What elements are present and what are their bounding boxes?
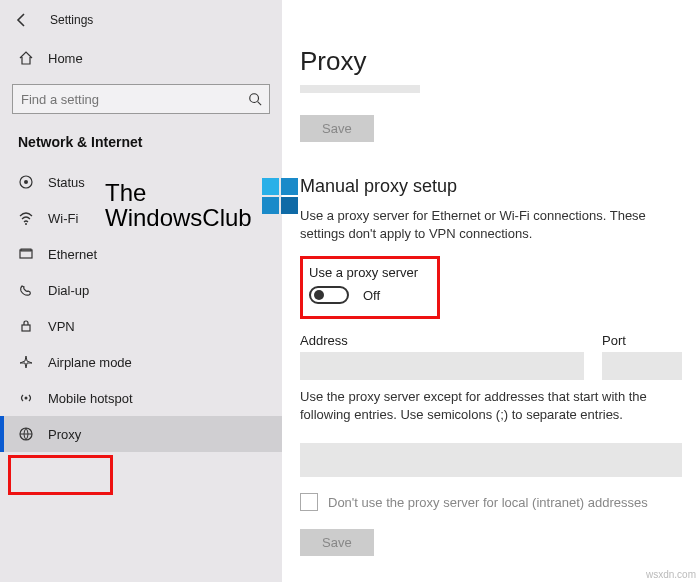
status-icon	[18, 174, 34, 190]
title-bar: Settings	[0, 4, 282, 36]
search-icon	[248, 92, 262, 106]
sidebar-item-label: Status	[48, 175, 85, 190]
exclusion-input[interactable]	[300, 443, 682, 477]
toggle-knob	[314, 290, 324, 300]
sidebar-item-airplane[interactable]: Airplane mode	[0, 344, 282, 380]
port-input[interactable]	[602, 352, 682, 380]
port-label: Port	[602, 333, 682, 348]
sidebar-item-label: VPN	[48, 319, 75, 334]
svg-point-0	[250, 94, 259, 103]
category-header: Network & Internet	[0, 130, 282, 164]
svg-point-8	[25, 397, 28, 400]
svg-point-4	[25, 223, 27, 225]
section-heading: Manual proxy setup	[300, 176, 682, 197]
sidebar-item-vpn[interactable]: VPN	[0, 308, 282, 344]
window-title: Settings	[50, 13, 93, 27]
home-label: Home	[48, 51, 83, 66]
hotspot-icon	[18, 390, 34, 406]
toggle-state: Off	[363, 288, 380, 303]
settings-sidebar: Settings Home Network & Internet Status …	[0, 0, 282, 582]
home-nav[interactable]: Home	[0, 36, 282, 80]
save-button[interactable]: Save	[300, 115, 374, 142]
sidebar-item-label: Ethernet	[48, 247, 97, 262]
search-input[interactable]	[12, 84, 270, 114]
sidebar-item-dialup[interactable]: Dial-up	[0, 272, 282, 308]
source-footer: wsxdn.com	[646, 569, 696, 580]
address-label: Address	[300, 333, 584, 348]
toggle-label: Use a proxy server	[309, 265, 423, 280]
home-icon	[18, 50, 34, 66]
placeholder-line	[300, 85, 420, 93]
sidebar-item-proxy[interactable]: Proxy	[0, 416, 282, 452]
sidebar-item-label: Wi-Fi	[48, 211, 78, 226]
main-content: Proxy Save Manual proxy setup Use a prox…	[282, 0, 700, 582]
sidebar-item-status[interactable]: Status	[0, 164, 282, 200]
back-icon[interactable]	[12, 10, 32, 30]
svg-line-1	[258, 102, 262, 106]
sidebar-item-ethernet[interactable]: Ethernet	[0, 236, 282, 272]
exclusion-description: Use the proxy server except for addresse…	[300, 388, 682, 423]
save-button-2[interactable]: Save	[300, 529, 374, 556]
sidebar-item-label: Proxy	[48, 427, 81, 442]
vpn-icon	[18, 318, 34, 334]
ethernet-icon	[18, 246, 34, 262]
nav-list: Status Wi-Fi Ethernet Dial-up VPN Airpla…	[0, 164, 282, 452]
wifi-icon	[18, 210, 34, 226]
search-container	[12, 84, 270, 114]
proxy-toggle[interactable]	[309, 286, 349, 304]
local-bypass-label: Don't use the proxy server for local (in…	[328, 495, 648, 510]
dialup-icon	[18, 282, 34, 298]
svg-point-3	[24, 180, 28, 184]
address-input[interactable]	[300, 352, 584, 380]
sidebar-item-wifi[interactable]: Wi-Fi	[0, 200, 282, 236]
sidebar-item-hotspot[interactable]: Mobile hotspot	[0, 380, 282, 416]
globe-icon	[18, 426, 34, 442]
highlight-annotation-proxy	[8, 455, 113, 495]
local-bypass-checkbox[interactable]	[300, 493, 318, 511]
sidebar-item-label: Mobile hotspot	[48, 391, 133, 406]
sidebar-item-label: Airplane mode	[48, 355, 132, 370]
highlight-annotation-toggle: Use a proxy server Off	[300, 256, 440, 319]
sidebar-item-label: Dial-up	[48, 283, 89, 298]
airplane-icon	[18, 354, 34, 370]
svg-rect-7	[22, 325, 30, 331]
section-description: Use a proxy server for Ethernet or Wi-Fi…	[300, 207, 682, 242]
page-title: Proxy	[300, 46, 682, 77]
